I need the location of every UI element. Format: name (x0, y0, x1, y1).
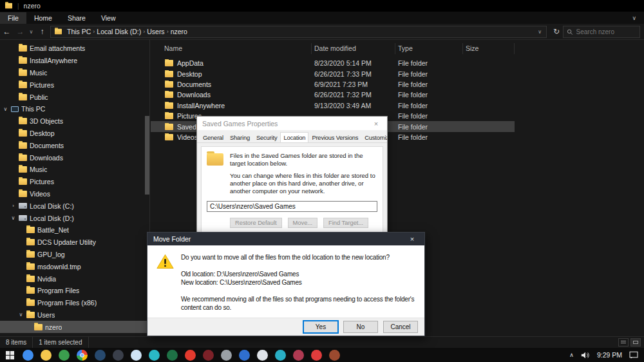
breadcrumb-item-nzero[interactable]: nzero (169, 28, 189, 35)
file-row-installanywhere[interactable]: InstallAnywhere9/13/2020 3:49 AMFile fol… (151, 100, 515, 111)
column-header-name[interactable]: Name (151, 43, 312, 54)
taskbar-icon-app-10[interactable] (185, 350, 196, 361)
sidebar-item-this-pc[interactable]: ∨This PC (0, 103, 149, 115)
sidebar-item-installanywhere[interactable]: InstallAnywhere (0, 55, 149, 67)
breadcrumb-item-this-pc[interactable]: This PC (65, 28, 93, 35)
breadcrumb-item-users[interactable]: Users (145, 28, 166, 35)
taskbar-icon-app-8[interactable] (149, 350, 160, 361)
breadcrumb-item-local-disk-d[interactable]: Local Disk (D:) (95, 28, 143, 35)
refresh-icon[interactable]: ↻ (550, 27, 563, 36)
taskbar-icon-app-15[interactable] (275, 350, 286, 361)
sidebar-item-local-disk-c[interactable]: ›Local Disk (C:) (0, 200, 149, 212)
sidebar-item-users[interactable]: ∨Users (0, 309, 149, 321)
column-header-size[interactable]: Size (463, 43, 515, 54)
search-input[interactable] (576, 28, 636, 35)
clock[interactable]: 9:29 PM (597, 351, 622, 359)
move-dialog-close-icon[interactable]: × (406, 235, 419, 243)
taskbar-icon-app-3[interactable] (59, 350, 70, 361)
taskbar-icon-file-explorer[interactable] (41, 350, 52, 361)
sidebar-item-3d-objects[interactable]: 3D Objects (0, 115, 149, 128)
location-path-input[interactable] (207, 201, 377, 212)
taskbar-icon-app-18[interactable] (329, 350, 340, 361)
yes-button[interactable]: Yes (303, 321, 338, 333)
sidebar-item-nvidia[interactable]: Nvidia (0, 272, 149, 285)
taskbar-icon-app-13[interactable] (239, 350, 250, 361)
file-row-desktop[interactable]: Desktop6/26/2021 7:33 PMFile folder (151, 68, 515, 79)
ribbon-tab-home[interactable]: Home (26, 12, 60, 24)
search-box[interactable] (563, 26, 640, 38)
volume-icon[interactable] (581, 352, 590, 359)
sidebar-item-program-files[interactable]: Program Files (0, 285, 149, 297)
expander-icon[interactable]: ∨ (10, 215, 16, 221)
taskbar-icon-app-17[interactable] (311, 350, 322, 361)
properties-tab-location[interactable]: Location (280, 132, 308, 143)
sidebar-item-music[interactable]: Music (0, 67, 149, 79)
taskbar-icon-app-7[interactable] (131, 350, 142, 361)
forward-icon[interactable]: → (14, 27, 27, 36)
no-button[interactable]: No (343, 321, 378, 333)
properties-tab-sharing[interactable]: Sharing (227, 132, 253, 143)
properties-close-icon[interactable]: × (370, 120, 382, 128)
properties-tab-general[interactable]: General (200, 132, 227, 143)
ribbon-tab-share[interactable]: Share (60, 12, 93, 24)
folder-icon (26, 239, 35, 245)
taskbar-icon-app-6[interactable] (113, 350, 124, 361)
file-row-documents[interactable]: Documents6/9/2021 7:23 PMFile folder (151, 79, 515, 90)
sidebar-item-documents[interactable]: Documents (0, 139, 149, 151)
file-row-downloads[interactable]: Downloads6/26/2021 7:32 PMFile folder (151, 90, 515, 100)
large-icons-view-icon[interactable] (630, 338, 641, 347)
sidebar-item-dcs-updater-utility[interactable]: DCS Updater Utility (0, 236, 149, 249)
taskbar-icon-app-5[interactable] (95, 350, 106, 361)
taskbar-icon-app-11[interactable] (203, 350, 214, 361)
properties-tab-security[interactable]: Security (253, 132, 280, 143)
properties-tab-customize[interactable]: Customize (361, 132, 387, 143)
start-button[interactable] (0, 348, 19, 362)
action-center-icon[interactable] (629, 351, 638, 359)
sidebar-item-msdownld-tmp[interactable]: msdownld.tmp (0, 260, 149, 272)
back-icon[interactable]: ← (0, 27, 14, 36)
folder-icon (165, 91, 173, 98)
ribbon-tab-file[interactable]: File (0, 12, 26, 24)
expander-icon[interactable]: ∨ (18, 312, 24, 318)
address-box[interactable]: This PC›Local Disk (D:)›Users›nzero ∨ (50, 26, 547, 38)
sidebar-item-email-attachments[interactable]: Email attachments (0, 43, 149, 55)
taskbar-icon-chrome[interactable] (77, 350, 88, 361)
sidebar-item-pictures[interactable]: Pictures (0, 176, 149, 188)
find-target-button[interactable]: Find Target... (323, 218, 368, 228)
taskbar-icon-edge[interactable] (23, 350, 33, 361)
details-view-icon[interactable] (618, 338, 629, 347)
sidebar-item-downloads[interactable]: Downloads (0, 151, 149, 164)
file-row-appdata[interactable]: AppData8/23/2020 5:14 PMFile folder (151, 58, 515, 68)
sidebar-item-videos[interactable]: Videos (0, 188, 149, 200)
sidebar-item-desktop[interactable]: Desktop (0, 128, 149, 140)
up-icon[interactable]: ↑ (35, 27, 49, 36)
move-button[interactable]: Move... (288, 218, 317, 228)
properties-tab-previous-versions[interactable]: Previous Versions (308, 132, 361, 143)
folder-icon (19, 130, 27, 137)
sidebar-item-local-disk-d[interactable]: ∨Local Disk (D:) (0, 212, 149, 224)
ribbon-tab-view[interactable]: View (93, 12, 124, 24)
expand-ribbon-icon[interactable]: ∨ (632, 15, 644, 21)
taskbar-icon-app-16[interactable] (293, 350, 304, 361)
sidebar-item-pictures[interactable]: Pictures (0, 79, 149, 91)
sidebar-item-public[interactable]: Public (0, 91, 149, 103)
column-header-date-modified[interactable]: Date modified (312, 43, 395, 54)
taskbar-icon-app-9[interactable] (167, 350, 178, 361)
sidebar-item-label: Desktop (30, 129, 55, 137)
recent-locations-icon[interactable]: ∨ (27, 29, 35, 35)
address-dropdown-icon[interactable]: ∨ (538, 29, 543, 35)
column-header-type[interactable]: Type (395, 43, 463, 54)
taskbar-icon-app-14[interactable] (257, 350, 268, 361)
cancel-button[interactable]: Cancel (383, 321, 418, 333)
sidebar-scrollbar[interactable] (145, 116, 149, 195)
sidebar-item-music[interactable]: Music (0, 164, 149, 176)
sidebar-item-battle-net[interactable]: Battle_Net (0, 224, 149, 236)
sidebar-item-gpu-log[interactable]: GPU_log (0, 249, 149, 261)
expander-icon[interactable]: ∨ (3, 106, 8, 112)
sidebar-item-nzero[interactable]: nzero (0, 321, 149, 333)
expander-icon[interactable]: › (10, 203, 16, 209)
show-hidden-icons-icon[interactable]: ∧ (569, 352, 574, 358)
sidebar-item-program-files-x86[interactable]: Program Files (x86) (0, 297, 149, 309)
taskbar-icon-app-12[interactable] (221, 350, 232, 361)
restore-default-button[interactable]: Restore Default (230, 218, 282, 228)
